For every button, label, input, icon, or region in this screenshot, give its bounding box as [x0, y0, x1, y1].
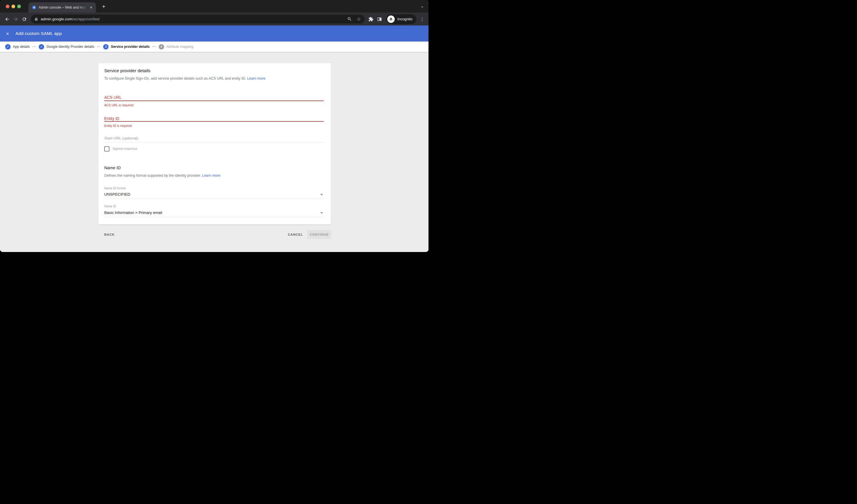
tab-search-chevron-icon[interactable]: ⌄	[420, 4, 424, 8]
step-attribute-mapping: 4 Attribute mapping	[159, 44, 194, 50]
name-id-description: Defines the naming format supported by t…	[104, 173, 220, 178]
forward-arrow-icon	[13, 17, 18, 22]
step-connector	[32, 46, 36, 47]
step-google-idp-details[interactable]: ✓ Google Identity Provider details	[39, 44, 94, 50]
acs-url-underline	[104, 101, 324, 101]
close-icon	[5, 32, 10, 36]
url-path: /ac/apps/unified	[72, 17, 99, 21]
zoom-out-button[interactable]	[347, 17, 352, 21]
learn-more-link[interactable]: Learn more	[247, 77, 265, 81]
incognito-badge: Incognito	[386, 14, 417, 24]
tab-title: Admin console – Web and mob	[39, 5, 88, 10]
tab-close-icon[interactable]: ✕	[88, 5, 94, 10]
name-id-format-label: Name ID format	[104, 186, 125, 190]
incognito-icon	[389, 17, 393, 21]
extensions-button[interactable]	[367, 15, 375, 23]
card-description-text: To configure Single Sign-On, add service…	[104, 77, 246, 81]
name-id-label: Name ID	[104, 204, 116, 208]
close-window-button[interactable]	[6, 4, 10, 8]
incognito-avatar	[387, 15, 395, 23]
browser-tab[interactable]: Admin console – Web and mob ✕	[28, 2, 96, 13]
step-label: App details	[13, 45, 30, 49]
step-app-details[interactable]: ✓ App details	[5, 44, 30, 50]
start-url-input[interactable]	[104, 135, 324, 141]
name-id-format-select[interactable]: UNSPECIFIED	[104, 192, 130, 197]
name-id-heading: Name ID	[104, 166, 121, 170]
browser-menu-button[interactable]: ⋮	[419, 15, 426, 23]
dropdown-arrow-icon[interactable]	[320, 194, 323, 196]
browser-toolbar: admin.google.com/ac/apps/unified ☆	[0, 13, 428, 26]
service-provider-card: Service provider details To configure Si…	[98, 63, 331, 224]
signed-response-label: Signed response	[113, 147, 137, 150]
card-heading: Service provider details	[104, 68, 150, 73]
signed-response-checkbox[interactable]	[104, 146, 110, 151]
name-id-description-text: Defines the naming format supported by t…	[104, 173, 201, 178]
back-arrow-icon	[4, 17, 10, 22]
tab-strip: Admin console – Web and mob ✕ + ⌄	[0, 0, 428, 13]
dropdown-arrow-icon[interactable]	[320, 212, 323, 214]
step-label: Google Identity Provider details	[46, 45, 94, 49]
card-description: To configure Single Sign-On, add service…	[104, 77, 265, 81]
reload-button[interactable]	[20, 15, 29, 23]
window-controls	[6, 4, 21, 8]
step-connector	[152, 46, 156, 47]
bookmark-star-icon[interactable]: ☆	[357, 17, 361, 21]
learn-more-link[interactable]: Learn more	[202, 173, 220, 178]
maximize-window-button[interactable]	[17, 4, 21, 8]
step-service-provider-details[interactable]: 3 Service provider details	[103, 44, 150, 50]
name-id-underline	[104, 217, 324, 217]
continue-button[interactable]: CONTINUE	[307, 230, 331, 239]
entity-id-field[interactable]: Entity ID	[104, 116, 119, 121]
minimize-window-button[interactable]	[12, 4, 15, 8]
magnifier-minus-icon	[347, 17, 352, 21]
puzzle-piece-icon	[368, 17, 373, 22]
step-number: 3	[103, 44, 108, 50]
forward-button[interactable]	[12, 15, 20, 23]
browser-window: Admin console – Web and mob ✕ + ⌄ admin.…	[0, 0, 428, 252]
address-bar[interactable]: admin.google.com/ac/apps/unified ☆	[31, 15, 365, 23]
back-button-footer[interactable]: BACK	[104, 233, 115, 236]
step-done-check-icon: ✓	[5, 44, 11, 50]
side-panel-button[interactable]	[375, 15, 384, 23]
entity-id-underline	[104, 121, 324, 122]
back-button[interactable]	[3, 15, 12, 23]
name-id-format-underline	[104, 199, 324, 199]
close-dialog-button[interactable]	[4, 30, 11, 37]
acs-url-error: ACS URL is required	[104, 103, 133, 107]
entity-id-error: Entity ID is required	[104, 124, 132, 128]
dialog-title: Add custom SAML app	[15, 31, 62, 36]
step-done-check-icon: ✓	[39, 44, 44, 50]
lock-icon	[34, 17, 38, 21]
wizard-stepper: ✓ App details ✓ Google Identity Provider…	[0, 41, 428, 52]
reload-icon	[22, 17, 27, 22]
step-connector	[97, 46, 101, 47]
incognito-label: Incognito	[397, 17, 413, 21]
dialog-header: Add custom SAML app	[0, 26, 428, 41]
name-id-select[interactable]: Basic Information > Primary email	[104, 211, 162, 215]
new-tab-button[interactable]: +	[100, 3, 108, 11]
dialog-content: Service provider details To configure Si…	[0, 52, 428, 252]
cancel-button[interactable]: CANCEL	[288, 233, 303, 236]
acs-url-field[interactable]: ACS URL	[104, 95, 122, 100]
admin-console-favicon-icon	[32, 5, 36, 10]
step-label: Service provider details	[111, 45, 150, 49]
step-number: 4	[159, 44, 164, 50]
url-host: admin.google.com	[41, 17, 72, 21]
step-label: Attribute mapping	[166, 45, 194, 49]
side-panel-icon	[377, 17, 382, 22]
